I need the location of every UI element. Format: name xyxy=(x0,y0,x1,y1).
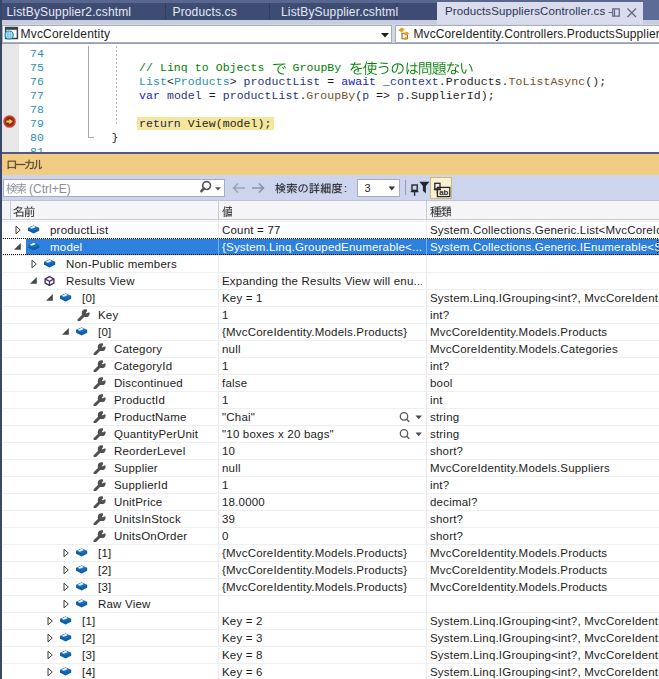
svg-text:ab: ab xyxy=(439,188,448,197)
